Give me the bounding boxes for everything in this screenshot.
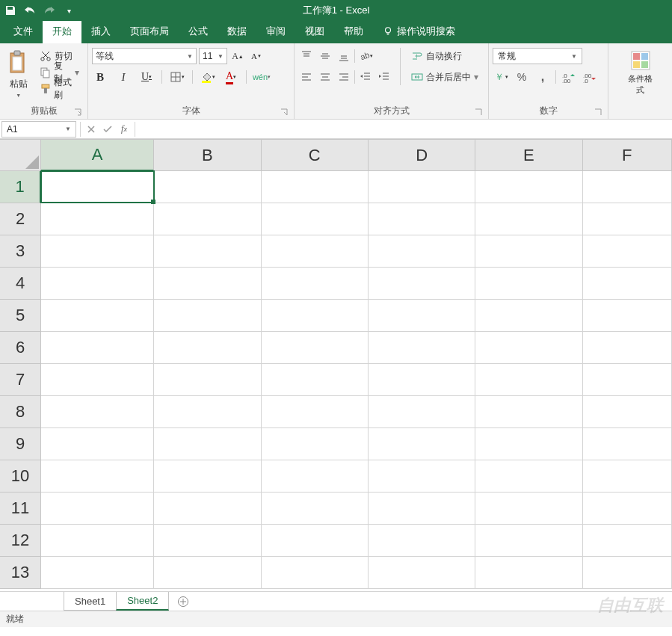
cell[interactable] [369,525,475,557]
cell[interactable] [369,268,475,300]
merge-center-button[interactable]: 合并后居中 ▾ [408,69,483,85]
decrease-font-button[interactable]: A▼ [248,48,265,64]
cell[interactable] [583,460,672,493]
font-size-combo[interactable]: 11▼ [199,48,227,64]
cell[interactable] [475,332,582,364]
add-sheet-button[interactable] [173,592,194,611]
row-header[interactable]: 3 [0,235,41,268]
cell[interactable] [583,396,672,428]
enter-formula-button[interactable] [99,121,116,138]
cell[interactable] [475,557,582,589]
cell[interactable] [583,557,672,589]
cell[interactable] [154,171,261,203]
cell[interactable] [369,493,475,525]
cell[interactable] [475,268,582,300]
wrap-text-button[interactable]: 自动换行 [408,48,483,64]
cell[interactable] [369,203,475,235]
cell[interactable] [475,300,582,332]
cell[interactable] [154,428,261,460]
tab-data[interactable]: 数据 [218,19,256,43]
increase-indent-button[interactable] [376,69,392,85]
align-center-button[interactable] [317,69,333,85]
cell[interactable] [41,525,154,557]
row-header[interactable]: 10 [0,460,41,493]
cell[interactable] [41,268,154,300]
dialog-launcher-icon[interactable] [280,108,289,117]
cell[interactable] [154,525,261,557]
cell[interactable] [154,460,261,493]
accounting-format-button[interactable]: ￥▾ [493,69,509,85]
cell[interactable] [583,332,672,364]
cell[interactable] [475,428,582,460]
cell[interactable] [583,203,672,235]
cell[interactable] [369,557,475,589]
cell[interactable] [262,332,369,364]
align-middle-button[interactable] [317,48,333,64]
cell[interactable] [262,428,369,460]
decrease-indent-button[interactable] [357,69,374,85]
row-header[interactable]: 7 [0,364,41,396]
fill-color-button[interactable]: ▾ [200,69,216,85]
cell[interactable] [262,203,369,235]
bold-button[interactable]: B [92,69,108,85]
increase-font-button[interactable]: A▲ [229,48,246,64]
cell[interactable] [475,203,582,235]
row-header[interactable]: 2 [0,203,41,235]
cell[interactable] [41,396,154,428]
align-bottom-button[interactable] [336,48,352,64]
sheet-tab[interactable]: Sheet2 [116,592,169,611]
fill-handle[interactable] [151,200,155,204]
cell[interactable] [41,557,154,589]
cell[interactable] [475,364,582,396]
decrease-decimal-button[interactable]: .00.0 [582,69,598,85]
cell[interactable] [369,300,475,332]
align-right-button[interactable] [336,69,352,85]
row-header[interactable]: 12 [0,525,41,557]
row-header[interactable]: 13 [0,557,41,589]
cell[interactable] [262,235,369,268]
increase-decimal-button[interactable]: .0.00 [561,69,577,85]
borders-button[interactable]: ▾ [169,69,185,85]
tab-page-layout[interactable]: 页面布局 [120,19,179,43]
row-header[interactable]: 9 [0,428,41,460]
column-header[interactable]: E [475,140,582,171]
cell[interactable] [154,493,261,525]
row-header[interactable]: 11 [0,493,41,525]
tab-formulas[interactable]: 公式 [179,19,218,43]
cell[interactable] [583,525,672,557]
cell[interactable] [262,300,369,332]
cell[interactable] [583,493,672,525]
cell[interactable] [369,396,475,428]
cell[interactable] [41,460,154,493]
tab-tell-me[interactable]: 操作说明搜索 [373,19,465,43]
cell[interactable] [154,203,261,235]
cell[interactable] [583,171,672,203]
cell[interactable] [583,235,672,268]
tab-home[interactable]: 开始 [43,19,81,43]
select-all-corner[interactable] [0,140,41,171]
dialog-launcher-icon[interactable] [594,108,602,117]
dialog-launcher-icon[interactable] [73,108,82,117]
cell[interactable] [262,396,369,428]
percent-button[interactable]: % [514,69,530,85]
cell[interactable] [262,493,369,525]
cell[interactable] [262,268,369,300]
conditional-formatting-button[interactable]: 条件格式 [626,48,656,98]
paste-button[interactable]: 粘贴 ▼ [4,48,34,100]
number-format-combo[interactable]: 常规▼ [493,48,582,64]
cell[interactable] [154,268,261,300]
cell[interactable] [475,396,582,428]
cell[interactable] [583,364,672,396]
cell[interactable] [154,300,261,332]
insert-function-button[interactable]: fx [116,121,132,138]
dialog-launcher-icon[interactable] [474,108,483,117]
tab-review[interactable]: 审阅 [256,19,295,43]
cell[interactable] [475,525,582,557]
cells-area[interactable] [41,171,672,591]
cell[interactable] [41,428,154,460]
row-header[interactable]: 8 [0,396,41,428]
row-header[interactable]: 5 [0,300,41,332]
cell[interactable] [262,364,369,396]
column-header[interactable]: F [583,140,672,171]
row-header[interactable]: 1 [0,171,41,203]
